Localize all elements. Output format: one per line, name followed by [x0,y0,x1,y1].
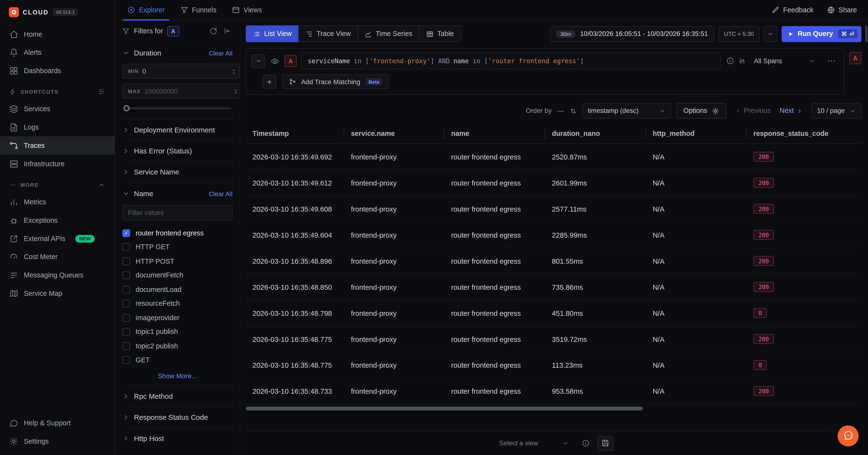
query-info-icon[interactable] [725,56,735,66]
duration-clear-all[interactable]: Clear All [209,50,232,56]
column-header-response-status-code[interactable]: response_status_code [747,128,861,139]
share-button[interactable]: Share [827,6,857,14]
options-button[interactable]: Options [676,103,726,118]
name-filter-option[interactable]: documentFetch [122,268,232,282]
trace-row[interactable]: 2026-03-10 16:35:48.775frontend-proxyrou… [246,352,861,378]
tab-explorer[interactable]: Explorer [120,0,173,20]
trace-row[interactable]: 2026-03-10 16:35:48.850frontend-proxyrou… [246,274,861,300]
add-query-button[interactable]: + [262,75,276,89]
sidebar-item-exceptions[interactable]: Exceptions [0,211,115,230]
run-query-button[interactable]: Run Query ⌘⏎ [781,26,861,42]
view-info-icon[interactable] [582,439,590,447]
time-dropdown-caret[interactable] [764,26,777,42]
query-input[interactable]: serviceName in ['frontend-proxy'] AND na… [301,53,721,69]
checkbox[interactable] [122,272,130,279]
name-filter-option[interactable]: topic2 publish [122,339,232,353]
sidebar-item-services[interactable]: Services [0,100,115,118]
stage-label-chip[interactable]: A [849,52,862,64]
tab-funnels[interactable]: Funnels [173,0,224,20]
checkbox[interactable] [122,257,130,265]
span-scope-select[interactable]: All Spans [749,53,820,68]
filter-section-response-status-code[interactable]: Response Status Code [122,406,232,427]
slider-thumb[interactable] [123,105,129,111]
chat-fab-button[interactable] [838,425,859,446]
collapse-panel-button[interactable] [222,26,232,36]
sidebar-item-home[interactable]: Home [0,25,115,43]
query-visibility-toggle[interactable] [270,56,280,66]
sidebar-item-logs[interactable]: Logs [0,118,115,136]
name-filter-option[interactable]: resourceFetch [122,297,232,311]
sidebar-item-traces[interactable]: Traces [0,136,115,155]
sidebar-item-messaging-queues[interactable]: Messaging Queues [0,266,115,284]
name-filter-option[interactable]: ✓router frontend egress [122,226,232,240]
checkbox[interactable] [122,243,130,251]
duration-min-input[interactable]: MIN ▲▼ [122,64,240,79]
sidebar-item-help-support[interactable]: Help & Support [0,414,115,432]
previous-page-button[interactable]: Previous [735,107,771,115]
brand[interactable]: CLOUD v0.114.1 [0,0,115,23]
column-header-duration-nano[interactable]: duration_nano [545,128,646,139]
sort-direction-icon[interactable] [569,107,577,114]
checkbox[interactable] [122,300,130,308]
name-clear-all[interactable]: Clear All [209,190,232,197]
query-label-chip[interactable]: A [284,55,297,67]
checkbox[interactable] [122,328,130,336]
filter-section-service-name[interactable]: Service Name [122,161,232,182]
filter-section-deployment-environment[interactable]: Deployment Environment [122,119,232,140]
column-header-timestamp[interactable]: Timestamp [246,128,344,139]
tab-list-view[interactable]: List View [246,26,299,42]
name-filter-option[interactable]: documentLoad [122,282,232,297]
filter-section-http-host[interactable]: Http Host [122,427,232,449]
checkbox[interactable] [122,342,130,350]
query-collapse-button[interactable] [251,54,265,68]
collapse-more-icon[interactable] [98,181,105,188]
filter-section-rpc-method[interactable]: Rpc Method [122,386,232,406]
trace-row[interactable]: 2026-03-10 16:35:49.692frontend-proxyrou… [246,144,861,170]
duration-max-input[interactable]: MAX ▲▼ [122,84,240,99]
query-more-button[interactable]: ⋯ [824,54,839,68]
name-filter-input[interactable] [122,205,232,220]
name-filter-option[interactable]: HTTP POST [122,254,232,269]
checkbox-checked[interactable]: ✓ [122,229,130,237]
name-filter-option[interactable]: GET [122,353,232,367]
add-trace-matching-button[interactable]: Add Trace Matching Beta [282,74,390,89]
sidebar-item-alerts[interactable]: Alerts [0,43,115,62]
duration-min-value[interactable] [143,67,228,75]
duration-section-header[interactable]: Duration Clear All [122,42,232,64]
stepper-icons[interactable]: ▲▼ [234,88,238,95]
tab-views[interactable]: Views [224,0,270,20]
sidebar-item-settings[interactable]: Settings [0,432,115,451]
time-range-picker[interactable]: 30m 10/03/2026 16:05:51 - 10/03/2026 16:… [551,26,714,42]
column-header-service-name[interactable]: service.name [344,128,444,139]
column-header-http-method[interactable]: http_method [646,128,747,139]
saved-view-select[interactable]: Select a view [494,436,574,450]
checkbox[interactable] [122,314,130,322]
duration-slider[interactable] [123,103,231,113]
horizontal-scrollbar[interactable] [246,406,861,411]
refresh-filters-button[interactable] [208,26,218,36]
sidebar-item-metrics[interactable]: Metrics [0,193,115,211]
timezone-select[interactable]: UTC + 5:30 [718,26,760,42]
checkbox[interactable] [122,356,130,364]
trace-row[interactable]: 2026-03-10 16:35:48.733frontend-proxyrou… [246,378,861,404]
feedback-button[interactable]: Feedback [772,6,813,14]
trace-row[interactable]: 2026-03-10 16:35:49.608frontend-proxyrou… [246,196,861,222]
trace-row[interactable]: 2026-03-10 16:35:48.896frontend-proxyrou… [246,248,861,274]
sidebar-item-infrastructure[interactable]: Infrastructure [0,155,115,173]
trace-row[interactable]: 2026-03-10 16:35:48.775frontend-proxyrou… [246,326,861,352]
page-size-select[interactable]: 10 / page [812,103,862,118]
scrollbar-thumb[interactable] [246,406,643,411]
sidebar-item-external-apis[interactable]: External APIs NEW [0,230,115,248]
name-section-header[interactable]: Name Clear All [122,183,232,205]
duration-max-value[interactable] [145,87,230,95]
order-by-select[interactable]: timestamp (desc) [582,103,671,118]
save-view-button[interactable] [597,436,614,451]
sidebar-item-service-map[interactable]: Service Map [0,284,115,303]
name-filter-option[interactable]: imageprovider [122,311,232,325]
tab-table[interactable]: Table [419,26,461,42]
next-page-button[interactable]: Next [779,107,803,115]
customize-shortcuts-icon[interactable] [98,88,105,95]
checkbox[interactable] [122,286,130,293]
column-header-name[interactable]: name [444,128,546,139]
tab-trace-view[interactable]: Trace View [298,26,358,42]
